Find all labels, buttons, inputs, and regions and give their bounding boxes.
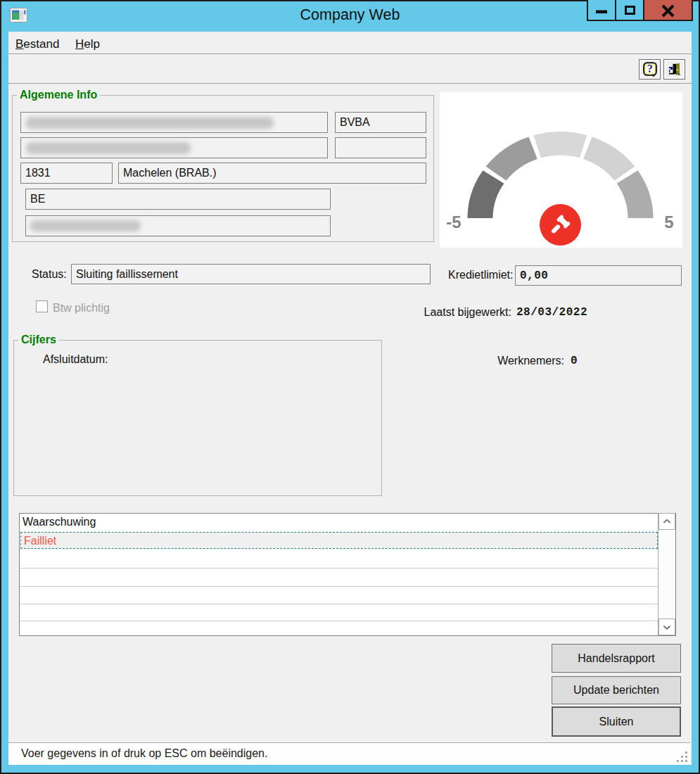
svg-text:-5: -5 — [446, 212, 461, 231]
svg-text:?: ? — [647, 63, 653, 75]
svg-text:5: 5 — [664, 212, 673, 231]
